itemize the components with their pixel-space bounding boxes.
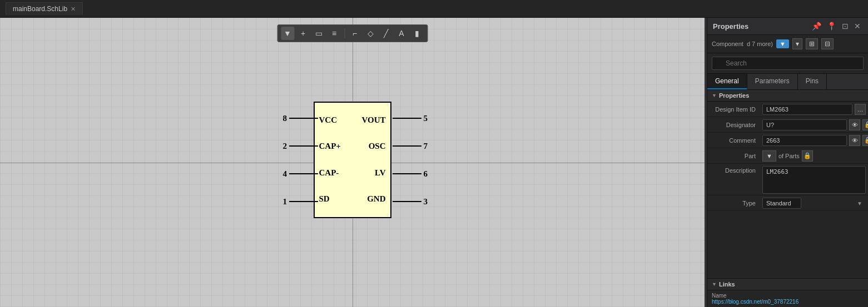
pin-3-right: 3 bbox=[393, 197, 428, 207]
line-toolbar-btn[interactable]: ╱ bbox=[379, 27, 393, 40]
pin-5-line bbox=[393, 118, 421, 119]
tab-label: mainBoard.SchLib bbox=[13, 5, 67, 13]
component-wrapper: VCC VOUT CAP+ OSC CAP- LV SD GND bbox=[252, 96, 453, 229]
right-panel: Properties 📌 📍 ⊡ ✕ Component d 7 more) ▼… bbox=[707, 18, 868, 307]
pin-2-line bbox=[289, 145, 318, 147]
tab-general[interactable]: General bbox=[707, 74, 747, 89]
filter-toolbar-btn[interactable]: ▼ bbox=[281, 27, 294, 40]
panel-extra-btn1[interactable]: ⊞ bbox=[806, 38, 818, 49]
pin-7-num: 7 bbox=[424, 142, 428, 151]
unpin-panel-icon[interactable]: 📍 bbox=[825, 21, 838, 31]
pin-1-left: 1 bbox=[283, 197, 319, 207]
toolbar: ▼ + ▭ ≡ ⌐ ◇ ╱ A ▮ bbox=[277, 24, 428, 42]
properties-section: ▼ Properties Design Item ID … Designator… bbox=[707, 90, 868, 278]
pin-6-right: 6 bbox=[393, 169, 428, 179]
designator-value-area: 👁 🔒 bbox=[760, 118, 868, 132]
wire-toolbar-btn[interactable]: ⌐ bbox=[348, 27, 361, 40]
close-icon[interactable]: ✕ bbox=[71, 6, 76, 13]
tab-parameters[interactable]: Parameters bbox=[747, 74, 798, 89]
description-input[interactable]: LM2663 bbox=[762, 166, 866, 194]
link-url[interactable]: https://blog.csdn.net/m0_37872216 bbox=[712, 299, 864, 305]
close-panel-icon[interactable]: ✕ bbox=[852, 21, 862, 31]
pin-4-num: 4 bbox=[283, 169, 287, 179]
designator-input[interactable] bbox=[762, 119, 847, 130]
filter-button[interactable]: ▼ bbox=[776, 39, 789, 48]
designator-lock-btn[interactable]: 🔒 bbox=[862, 119, 868, 130]
part-value-area: ▼ of Parts 🔒 bbox=[760, 149, 868, 163]
ic-box: VCC VOUT CAP+ OSC CAP- LV SD GND bbox=[314, 102, 391, 218]
canvas-area[interactable]: ▼ + ▭ ≡ ⌐ ◇ ╱ A ▮ VCC VOUT CAP+ bbox=[0, 18, 705, 307]
tab-pins[interactable]: Pins bbox=[798, 74, 827, 89]
add-toolbar-btn[interactable]: + bbox=[296, 27, 310, 40]
pin-name-osc: OSC bbox=[369, 142, 386, 151]
pin-name-lv: LV bbox=[375, 168, 385, 178]
type-dropdown[interactable]: Standard Mechanical Graphical Net Tie bbox=[762, 198, 801, 209]
search-row: 🔍 bbox=[707, 53, 868, 74]
description-row: Description LM2663 bbox=[707, 164, 868, 195]
bus-toolbar-btn[interactable]: ≡ bbox=[328, 27, 341, 40]
main-layout: ▼ + ▭ ≡ ⌐ ◇ ╱ A ▮ VCC VOUT CAP+ bbox=[0, 18, 868, 307]
pin-5-num: 5 bbox=[424, 114, 428, 123]
ic-row-2: CAP+ OSC bbox=[315, 142, 390, 151]
title-tab[interactable]: mainBoard.SchLib ✕ bbox=[6, 2, 83, 15]
part-row: Part ▼ of Parts 🔒 bbox=[707, 148, 868, 164]
type-label: Type bbox=[707, 198, 760, 209]
comment-input[interactable] bbox=[762, 135, 847, 146]
triangle-icon: ▼ bbox=[712, 93, 717, 98]
pin-name-cap-minus: CAP- bbox=[319, 168, 339, 178]
filter-label: Component bbox=[712, 41, 743, 47]
title-bar: mainBoard.SchLib ✕ bbox=[0, 0, 868, 18]
pin-3-line bbox=[393, 201, 421, 202]
pin-name-gnd: GND bbox=[367, 194, 385, 204]
design-item-id-label: Design Item ID bbox=[707, 104, 760, 115]
designator-label: Designator bbox=[707, 119, 760, 130]
type-dropdown-arrow-icon: ▼ bbox=[857, 200, 862, 206]
pin-6-line bbox=[393, 173, 421, 174]
comment-lock-btn[interactable]: 🔒 bbox=[862, 135, 868, 146]
filter-expand-btn[interactable]: ▾ bbox=[792, 38, 802, 49]
design-item-id-browse-btn[interactable]: … bbox=[855, 104, 866, 115]
rectangle-toolbar-btn[interactable]: ▭ bbox=[312, 27, 325, 40]
properties-section-header: ▼ Properties bbox=[707, 90, 868, 102]
panel-header-icons: 📌 📍 ⊡ ✕ bbox=[810, 21, 862, 31]
design-item-id-row: Design Item ID … bbox=[707, 102, 868, 117]
pin-3-num: 3 bbox=[424, 197, 428, 207]
designator-row: Designator 👁 🔒 bbox=[707, 117, 868, 133]
panel-filter-row: Component d 7 more) ▼ ▾ ⊞ ⊟ bbox=[707, 35, 868, 53]
pin-4-line bbox=[289, 173, 318, 174]
polygon-toolbar-btn[interactable]: ◇ bbox=[364, 27, 377, 40]
pin-5-right: 5 bbox=[393, 114, 428, 123]
pin-name-cap-plus: CAP+ bbox=[319, 142, 341, 151]
description-value-area: LM2663 bbox=[760, 164, 868, 195]
part-lock-btn[interactable]: 🔒 bbox=[802, 150, 813, 162]
designator-eye-btn[interactable]: 👁 bbox=[849, 119, 860, 130]
search-input[interactable] bbox=[712, 57, 864, 70]
type-value-area: Standard Mechanical Graphical Net Tie ▼ bbox=[760, 197, 868, 210]
pin-8-line bbox=[289, 118, 318, 119]
pin-name-vout: VOUT bbox=[361, 115, 385, 125]
panel-header: Properties 📌 📍 ⊡ ✕ bbox=[707, 18, 868, 35]
type-dropdown-wrapper: Standard Mechanical Graphical Net Tie ▼ bbox=[762, 198, 866, 209]
toolbar-separator bbox=[344, 28, 345, 38]
comment-eye-btn[interactable]: 👁 bbox=[849, 135, 860, 146]
maximize-panel-icon[interactable]: ⊡ bbox=[840, 21, 850, 31]
part-dropdown-btn[interactable]: ▼ bbox=[762, 150, 776, 162]
tabs-row: General Parameters Pins bbox=[707, 74, 868, 90]
panel-extra-btn2[interactable]: ⊟ bbox=[821, 38, 834, 49]
text-toolbar-btn[interactable]: A bbox=[395, 27, 408, 40]
design-item-id-value-area: … bbox=[760, 103, 868, 116]
panel-title: Properties bbox=[713, 22, 748, 31]
paint-toolbar-btn[interactable]: ▮ bbox=[410, 27, 424, 40]
pin-6-num: 6 bbox=[424, 169, 428, 179]
links-section-header: ▼ Links bbox=[707, 279, 868, 290]
pin-8-num: 8 bbox=[283, 114, 287, 123]
pin-name-sd: SD bbox=[319, 194, 330, 204]
comment-value-area: 👁 🔒 bbox=[760, 134, 868, 147]
filter-funnel-icon: ▼ bbox=[780, 41, 786, 47]
part-label: Part bbox=[707, 150, 760, 162]
pin-7-right: 7 bbox=[393, 142, 428, 151]
pin-panel-icon[interactable]: 📌 bbox=[810, 21, 823, 31]
pin-7-line bbox=[393, 145, 421, 147]
design-item-id-input[interactable] bbox=[762, 104, 852, 115]
pin-8-left: 8 bbox=[283, 114, 319, 123]
